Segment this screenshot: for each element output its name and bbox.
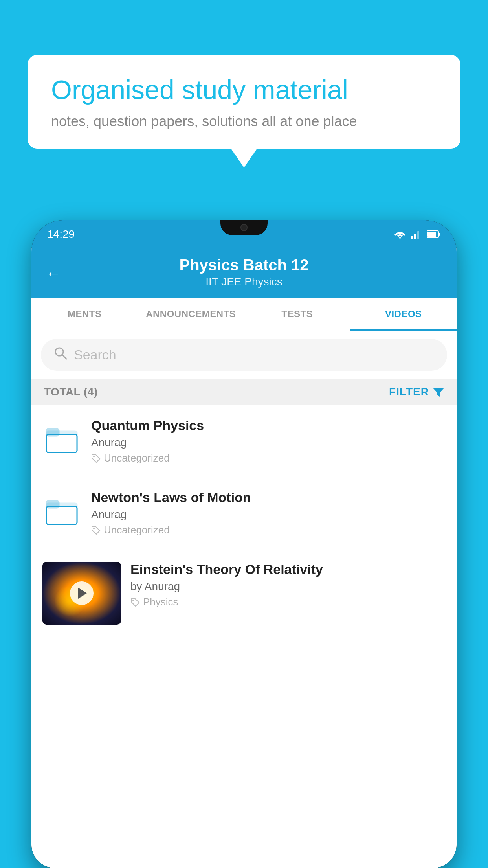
video-thumbnail <box>42 562 121 625</box>
search-bar[interactable]: Search <box>41 339 447 371</box>
tag-label: Uncategorized <box>104 524 170 536</box>
video-tag: Physics <box>130 596 446 608</box>
svg-rect-3 <box>417 231 419 239</box>
video-title: Newton's Laws of Motion <box>91 490 446 505</box>
phone-content: ← Physics Batch 12 IIT JEE Physics MENTS… <box>31 248 457 868</box>
svg-point-13 <box>93 456 95 457</box>
svg-point-17 <box>93 528 95 529</box>
video-info: Newton's Laws of Motion Anurag Uncategor… <box>91 490 446 536</box>
svg-rect-1 <box>411 236 413 239</box>
video-title: Einstein's Theory Of Relativity <box>130 562 446 577</box>
filter-bar: TOTAL (4) FILTER <box>31 379 457 405</box>
video-info: Quantum Physics Anurag Uncategorized <box>91 418 446 464</box>
tag-label: Physics <box>143 596 178 608</box>
signal-icon <box>411 230 422 239</box>
camera-dot <box>240 224 248 231</box>
video-author: by Anurag <box>130 580 446 593</box>
svg-point-0 <box>399 237 401 239</box>
tab-videos[interactable]: VIDEOS <box>350 298 457 331</box>
list-item[interactable]: Einstein's Theory Of Relativity by Anura… <box>31 549 457 637</box>
speech-bubble: Organised study material notes, question… <box>28 55 460 149</box>
video-author: Anurag <box>91 508 446 521</box>
battery-icon <box>427 230 441 239</box>
bubble-subtitle: notes, question papers, solutions all at… <box>51 113 437 130</box>
wifi-icon <box>394 230 406 239</box>
tag-icon <box>91 454 101 463</box>
phone-frame: 14:29 <box>31 220 457 868</box>
clock: 14:29 <box>47 228 75 241</box>
tab-announcements[interactable]: ANNOUNCEMENTS <box>138 298 244 331</box>
folder-icon-wrap <box>42 418 82 461</box>
svg-rect-6 <box>438 233 440 236</box>
back-button[interactable]: ← <box>46 264 61 282</box>
folder-icon <box>46 424 78 455</box>
status-icons <box>394 230 441 239</box>
filter-button[interactable]: FILTER <box>389 386 444 398</box>
list-item[interactable]: Quantum Physics Anurag Uncategorized <box>31 405 457 477</box>
svg-rect-16 <box>46 501 59 508</box>
video-list: Quantum Physics Anurag Uncategorized <box>31 405 457 868</box>
filter-icon <box>433 386 444 397</box>
svg-point-18 <box>132 600 134 601</box>
app-header: ← Physics Batch 12 IIT JEE Physics <box>31 248 457 298</box>
total-count: TOTAL (4) <box>44 386 98 398</box>
tag-icon <box>130 598 140 607</box>
tabs-bar: MENTS ANNOUNCEMENTS TESTS VIDEOS <box>31 298 457 331</box>
svg-line-8 <box>62 355 66 359</box>
status-bar: 14:29 <box>31 220 457 248</box>
tag-label: Uncategorized <box>104 452 170 464</box>
folder-icon <box>46 496 78 527</box>
video-author: Anurag <box>91 436 446 449</box>
svg-rect-11 <box>46 434 77 452</box>
search-container: Search <box>31 331 457 379</box>
header-subtitle: IIT JEE Physics <box>47 276 441 288</box>
tab-ments[interactable]: MENTS <box>31 298 138 331</box>
search-placeholder: Search <box>74 347 116 362</box>
filter-label: FILTER <box>389 386 429 398</box>
svg-rect-2 <box>414 234 416 239</box>
notch <box>220 220 268 235</box>
svg-rect-12 <box>46 429 59 436</box>
header-title: Physics Batch 12 <box>47 256 441 274</box>
list-item[interactable]: Newton's Laws of Motion Anurag Uncategor… <box>31 477 457 549</box>
folder-icon-wrap <box>42 490 82 533</box>
search-icon <box>53 346 68 364</box>
video-tag: Uncategorized <box>91 452 446 464</box>
speech-bubble-container: Organised study material notes, question… <box>28 55 460 149</box>
svg-rect-15 <box>46 506 77 524</box>
play-button[interactable] <box>70 581 94 605</box>
svg-rect-5 <box>427 232 436 237</box>
play-triangle-icon <box>78 588 87 599</box>
tab-tests[interactable]: TESTS <box>244 298 350 331</box>
svg-marker-9 <box>433 388 444 397</box>
tag-icon <box>91 526 101 535</box>
video-info: Einstein's Theory Of Relativity by Anura… <box>130 562 446 608</box>
bubble-title: Organised study material <box>51 74 437 106</box>
video-tag: Uncategorized <box>91 524 446 536</box>
video-title: Quantum Physics <box>91 418 446 433</box>
